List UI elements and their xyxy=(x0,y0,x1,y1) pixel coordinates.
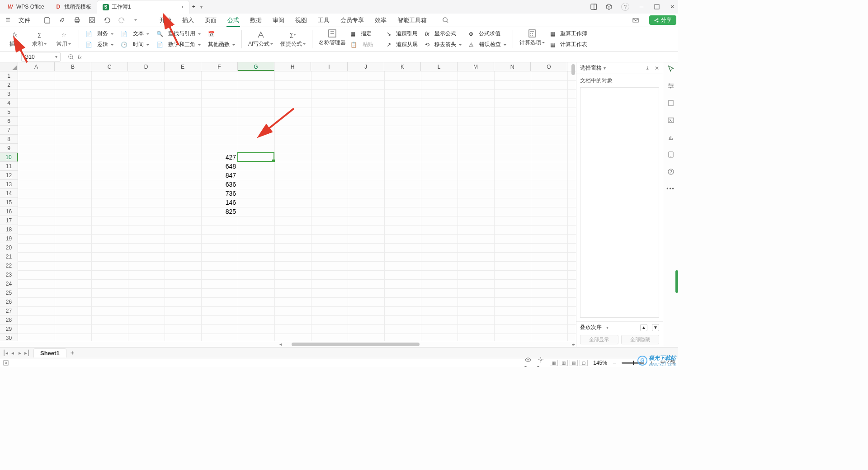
expand-formula-bar-icon[interactable] xyxy=(68,54,74,60)
layout-icon[interactable] xyxy=(590,4,597,10)
other-functions[interactable]: 其他函数 xyxy=(208,40,235,50)
column-header[interactable]: F xyxy=(201,62,238,71)
tab-smart[interactable]: 智能工具箱 xyxy=(392,14,432,27)
column-header[interactable]: A xyxy=(18,62,55,71)
calc-options-button[interactable]: 计算选项 xyxy=(519,29,545,47)
row-header[interactable]: 11 xyxy=(0,162,18,171)
fx-label-icon[interactable]: fx xyxy=(78,53,81,60)
show-formula-button[interactable]: fx 显示公式 xyxy=(425,29,462,39)
new-tab-button[interactable]: + xyxy=(189,0,198,14)
cursor-select-icon[interactable] xyxy=(666,64,675,73)
tab-member[interactable]: 会员专享 xyxy=(335,14,369,27)
bring-forward-button[interactable]: ▲ xyxy=(640,324,647,331)
view-page-break[interactable]: ▤ xyxy=(570,360,578,366)
window-close-button[interactable]: ✕ xyxy=(669,4,675,10)
cell-value[interactable]: 847 xyxy=(201,171,238,180)
define-name-button[interactable]: ▦ 指定 xyxy=(350,29,373,39)
sheet-nav-next[interactable]: ▸ xyxy=(17,350,23,356)
print-icon[interactable] xyxy=(70,14,84,27)
row-header[interactable]: 20 xyxy=(0,243,18,252)
tab-review[interactable]: 审阅 xyxy=(267,14,290,27)
row-header[interactable]: 3 xyxy=(0,89,18,99)
cube-icon[interactable] xyxy=(606,4,612,10)
row-header[interactable]: 24 xyxy=(0,279,18,288)
horizontal-scrollbar[interactable]: ◂ ▸ xyxy=(0,341,576,347)
vertical-scrollbar[interactable]: ▴ ▾ xyxy=(570,62,576,347)
name-box[interactable]: G10 ▾ xyxy=(21,52,61,62)
tab-view[interactable]: 视图 xyxy=(290,14,312,27)
calc-worksheet-button[interactable]: ▦ 计算工作表 xyxy=(550,40,587,50)
send-backward-button[interactable]: ▼ xyxy=(652,324,659,331)
column-header[interactable]: O xyxy=(531,62,567,71)
row-header[interactable]: 28 xyxy=(0,315,18,324)
text-functions[interactable]: 📄 文本 xyxy=(121,29,149,39)
column-header[interactable]: N xyxy=(494,62,531,71)
row-header[interactable]: 29 xyxy=(0,324,18,334)
chevron-down-icon[interactable]: ▾ xyxy=(604,66,606,70)
zoom-out-button[interactable]: − xyxy=(613,359,616,367)
cell-value[interactable]: 427 xyxy=(201,153,238,162)
undo-button[interactable] xyxy=(100,14,114,27)
chevron-down-icon[interactable]: ▾ xyxy=(606,325,609,330)
cell-value[interactable]: 636 xyxy=(201,180,238,189)
row-header[interactable]: 4 xyxy=(0,99,18,108)
print-preview-icon[interactable] xyxy=(85,14,99,27)
insert-function-button[interactable]: fx 插入 xyxy=(6,30,24,48)
time-functions[interactable]: 🕒 时间 xyxy=(121,40,149,50)
row-header[interactable]: 27 xyxy=(0,306,18,315)
cell-value[interactable]: 648 xyxy=(201,162,238,171)
tab-overflow-button[interactable]: ▾ xyxy=(198,0,205,14)
page-icon[interactable] xyxy=(666,99,675,108)
mail-icon[interactable] xyxy=(628,14,643,27)
tab-data[interactable]: 数据 xyxy=(245,14,267,27)
column-header[interactable]: K xyxy=(384,62,421,71)
tab-tools[interactable]: 工具 xyxy=(312,14,335,27)
lookup-functions[interactable]: 🔍 查找与引用 xyxy=(156,29,201,39)
scroll-left-arrow[interactable]: ◂ xyxy=(278,342,283,347)
focus-icon[interactable]: ▾ xyxy=(537,356,544,367)
row-header[interactable]: 23 xyxy=(0,270,18,279)
undo-history-dropdown[interactable] xyxy=(130,14,141,27)
column-header[interactable]: M xyxy=(458,62,494,71)
column-header[interactable]: J xyxy=(348,62,384,71)
tab-efficiency[interactable]: 效率 xyxy=(369,14,392,27)
file-menu-label[interactable]: 文件 xyxy=(15,14,34,27)
autosum-button[interactable]: ∑ 求和 xyxy=(31,30,48,48)
more-icon[interactable]: ••• xyxy=(666,184,675,193)
image-gallery-icon[interactable] xyxy=(666,116,675,125)
hamburger-menu-button[interactable]: ☰ xyxy=(2,14,14,27)
ai-formula-button[interactable]: AI写公式 xyxy=(248,30,273,48)
row-header[interactable]: 2 xyxy=(0,80,18,89)
settings-sliders-icon[interactable] xyxy=(666,81,675,90)
handy-formula-button[interactable]: ∑✦ 便捷公式 xyxy=(280,30,306,48)
zoom-value[interactable]: 145% xyxy=(593,360,607,366)
share-link-icon[interactable] xyxy=(55,14,69,27)
trace-dependents-button[interactable]: ↗ 追踪从属 xyxy=(387,40,418,50)
column-header[interactable]: G xyxy=(238,62,274,71)
add-sheet-button[interactable]: ＋ xyxy=(69,349,75,357)
row-header[interactable]: 25 xyxy=(0,288,18,297)
row-header[interactable]: 14 xyxy=(0,189,18,198)
common-functions-button[interactable]: ☆ 常用 xyxy=(55,30,72,48)
scrollbar-thumb[interactable] xyxy=(292,343,420,346)
scrollbar-thumb[interactable] xyxy=(571,64,575,75)
user-avatar-icon[interactable]: ? xyxy=(621,3,629,11)
column-header[interactable]: E xyxy=(165,62,201,71)
view-page-layout[interactable]: ▥ xyxy=(560,360,568,366)
row-header[interactable]: 30 xyxy=(0,334,18,341)
chart-tools-icon[interactable] xyxy=(666,133,675,142)
column-header[interactable]: H xyxy=(274,62,311,71)
sheet-nav-prev[interactable]: ◂ xyxy=(10,350,15,356)
cell-value[interactable]: 736 xyxy=(201,189,238,198)
row-header[interactable]: 13 xyxy=(0,180,18,189)
doc-tab-daoke[interactable]: D 找稻壳模板 xyxy=(50,0,97,14)
row-header[interactable]: 5 xyxy=(0,108,18,117)
cell-value[interactable]: 146 xyxy=(201,198,238,207)
finance-functions[interactable]: 📄 财务 xyxy=(85,29,113,39)
side-panel-handle[interactable] xyxy=(675,270,678,293)
recalc-workbook-button[interactable]: ▦ 重算工作簿 xyxy=(550,29,587,39)
row-header[interactable]: 1 xyxy=(0,71,18,80)
redo-button[interactable] xyxy=(115,14,129,27)
row-header[interactable]: 8 xyxy=(0,135,18,144)
math-functions[interactable]: 📄 数学和三角 xyxy=(156,40,201,50)
